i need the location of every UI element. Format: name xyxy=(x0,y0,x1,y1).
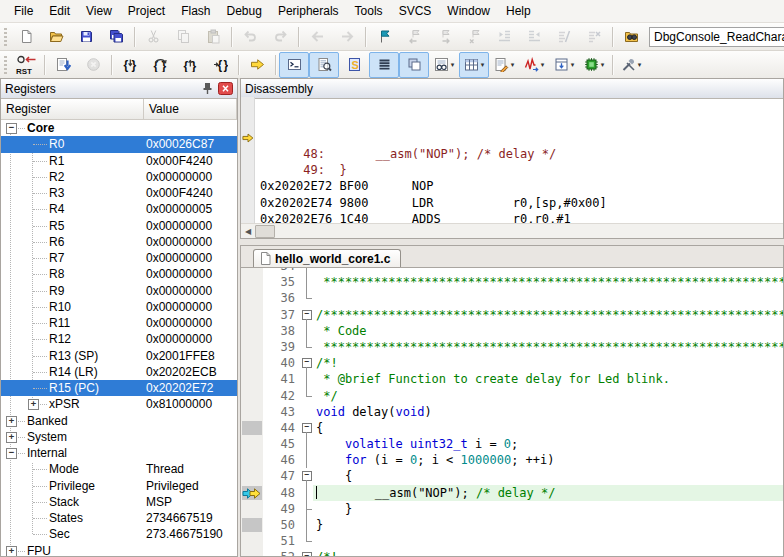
dropdown-arrow-icon[interactable]: ▾ xyxy=(601,61,605,69)
previous-bookmark-button[interactable] xyxy=(399,24,429,50)
menu-tools[interactable]: Tools xyxy=(347,1,391,21)
register-row-r4[interactable]: R40x00000005 xyxy=(1,201,237,217)
breakpoint-margin[interactable] xyxy=(241,355,263,371)
comment-selection-button[interactable] xyxy=(549,24,579,50)
register-row-r2[interactable]: R20x00000000 xyxy=(1,169,237,185)
system-viewer-button[interactable]: ▾ xyxy=(579,52,609,78)
breakpoint-margin[interactable] xyxy=(241,436,263,452)
indent-button[interactable] xyxy=(519,24,549,50)
menu-window[interactable]: Window xyxy=(439,1,498,21)
register-row-banked[interactable]: +Banked xyxy=(1,413,237,429)
menu-file[interactable]: File xyxy=(6,1,41,21)
expand-icon[interactable]: + xyxy=(28,399,39,410)
unindent-button[interactable] xyxy=(489,24,519,50)
cut-button[interactable] xyxy=(138,24,168,50)
expand-icon[interactable]: + xyxy=(6,432,17,443)
register-row-internal[interactable]: −Internal xyxy=(1,445,237,461)
dropdown-arrow-icon[interactable]: ▾ xyxy=(481,61,485,69)
save-button[interactable] xyxy=(71,24,101,50)
register-row-r5[interactable]: R50x00000000 xyxy=(1,218,237,234)
breakpoint-margin[interactable] xyxy=(241,501,263,517)
registers-window-button[interactable] xyxy=(369,52,399,78)
scroll-left-button[interactable]: ◀ xyxy=(241,225,255,238)
expand-icon[interactable]: + xyxy=(6,546,17,557)
register-row-r7[interactable]: R70x00000000 xyxy=(1,250,237,266)
collapse-icon[interactable]: − xyxy=(6,448,17,459)
toolbar-grip[interactable] xyxy=(4,28,7,46)
register-row-mode[interactable]: ModeThread xyxy=(1,461,237,477)
dropdown-arrow-icon[interactable]: ▾ xyxy=(451,61,455,69)
step-out-button[interactable]: {} xyxy=(175,52,205,78)
register-row-r15-pc-[interactable]: R15 (PC)0x20202E72 xyxy=(1,380,237,396)
uncomment-selection-button[interactable] xyxy=(579,24,609,50)
reset-cpu-button[interactable]: RST xyxy=(11,52,41,78)
dropdown-arrow-icon[interactable]: ▾ xyxy=(571,61,575,69)
menu-peripherals[interactable]: Peripherals xyxy=(270,1,347,21)
breakpoint-margin[interactable] xyxy=(241,404,263,420)
breakpoint-margin[interactable] xyxy=(241,468,263,484)
register-row-fpu[interactable]: +FPU xyxy=(1,543,237,557)
register-row-r0[interactable]: R00x00026C87 xyxy=(1,136,237,152)
run-button[interactable] xyxy=(48,52,78,78)
register-row-r12[interactable]: R120x00000000 xyxy=(1,331,237,347)
register-row-r13-sp-[interactable]: R13 (SP)0x2001FFE8 xyxy=(1,348,237,364)
undo-button[interactable] xyxy=(235,24,265,50)
fold-margin[interactable]: − xyxy=(300,420,313,436)
analysis-window-button[interactable]: ▾ xyxy=(519,52,549,78)
menu-view[interactable]: View xyxy=(78,1,120,21)
register-row-r14-lr-[interactable]: R14 (LR)0x20202ECB xyxy=(1,364,237,380)
code-editor[interactable]: 34 * ****** *** **** ********* *********… xyxy=(241,268,783,556)
tab-hello-world-core1[interactable]: hello_world_core1.c xyxy=(253,249,401,267)
breakpoint-margin[interactable] xyxy=(241,452,263,468)
register-row-xpsr[interactable]: +xPSR0x81000000 xyxy=(1,396,237,412)
toggle-bookmark-button[interactable] xyxy=(369,24,399,50)
step-button[interactable]: {} xyxy=(115,52,145,78)
close-icon[interactable] xyxy=(217,82,233,96)
paste-button[interactable] xyxy=(198,24,228,50)
fold-margin[interactable]: − xyxy=(300,355,313,371)
register-row-stack[interactable]: StackMSP xyxy=(1,494,237,510)
breakpoint-margin[interactable] xyxy=(241,323,263,339)
menu-edit[interactable]: Edit xyxy=(41,1,78,21)
menu-help[interactable]: Help xyxy=(498,1,539,21)
disassembly-content[interactable]: 48: __asm("NOP"); /* delay */ 49: }0x202… xyxy=(241,97,783,224)
breakpoint-margin[interactable] xyxy=(241,517,263,533)
register-row-r6[interactable]: R60x00000000 xyxy=(1,234,237,250)
disassembly-window-button[interactable] xyxy=(309,52,339,78)
breakpoint-margin[interactable] xyxy=(241,307,263,323)
save-all-button[interactable] xyxy=(101,24,131,50)
register-row-r10[interactable]: R100x00000000 xyxy=(1,299,237,315)
registers-tree[interactable]: −CoreR00x00026C87R10x000F4240R20x0000000… xyxy=(1,120,237,556)
pin-icon[interactable] xyxy=(199,82,215,96)
clear-bookmarks-button[interactable] xyxy=(459,24,489,50)
memory-window-button[interactable]: ▾ xyxy=(459,52,489,78)
column-header-value[interactable]: Value xyxy=(144,99,237,119)
register-row-core[interactable]: −Core xyxy=(1,120,237,136)
command-window-button[interactable] xyxy=(279,52,309,78)
breakpoint-margin[interactable] xyxy=(241,339,263,355)
watch-window-button[interactable]: ▾ xyxy=(429,52,459,78)
open-file-button[interactable] xyxy=(41,24,71,50)
register-row-r1[interactable]: R10x000F4240 xyxy=(1,153,237,169)
run-to-cursor-button[interactable]: {} xyxy=(205,52,235,78)
copy-button[interactable] xyxy=(168,24,198,50)
scrollbar-thumb[interactable] xyxy=(255,225,275,238)
breakpoint-margin[interactable] xyxy=(241,549,263,556)
stop-button[interactable] xyxy=(78,52,108,78)
dropdown-arrow-icon[interactable]: ▾ xyxy=(638,61,642,69)
expand-icon[interactable]: + xyxy=(6,416,17,427)
step-over-button[interactable]: {} xyxy=(145,52,175,78)
redo-button[interactable] xyxy=(265,24,295,50)
fold-margin[interactable]: − xyxy=(300,307,313,323)
register-row-r8[interactable]: R80x00000000 xyxy=(1,266,237,282)
new-file-button[interactable] xyxy=(11,24,41,50)
breakpoint-margin[interactable] xyxy=(241,485,263,501)
fold-margin[interactable]: − xyxy=(300,468,313,484)
callstack-window-button[interactable] xyxy=(399,52,429,78)
navigate-back-button[interactable] xyxy=(302,24,332,50)
collapse-icon[interactable]: − xyxy=(6,123,17,134)
find-combo-value[interactable]: DbgConsole_ReadChara xyxy=(649,27,784,47)
breakpoint-margin[interactable] xyxy=(241,388,263,404)
show-current-statement-button[interactable] xyxy=(242,52,272,78)
breakpoint-margin[interactable] xyxy=(241,371,263,387)
